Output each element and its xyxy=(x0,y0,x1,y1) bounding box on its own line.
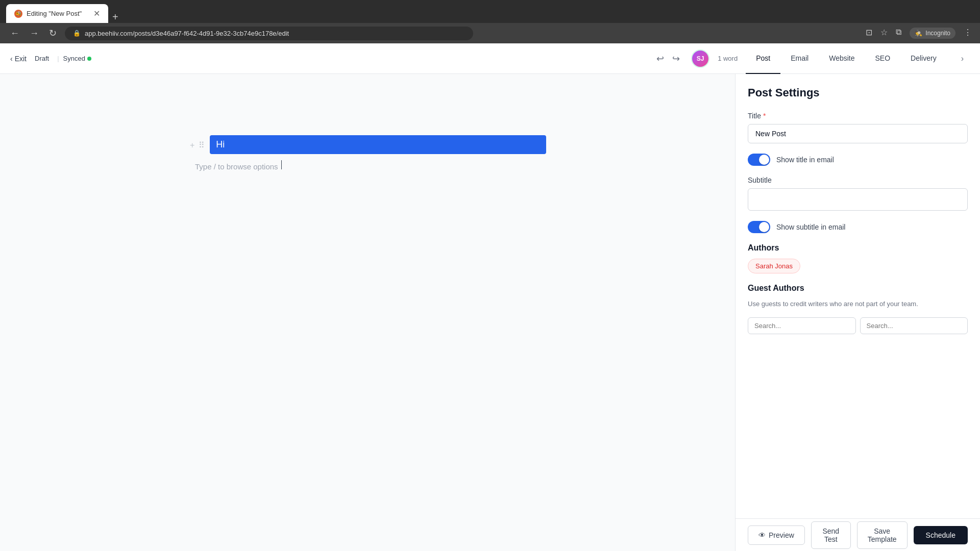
back-button[interactable]: ← xyxy=(8,26,21,41)
title-input[interactable] xyxy=(748,124,968,143)
preview-button[interactable]: 👁 Preview xyxy=(748,525,805,545)
schedule-button[interactable]: Schedule xyxy=(914,526,968,544)
text-block[interactable]: Hi xyxy=(210,135,546,154)
title-label: Title * xyxy=(748,112,968,120)
collapse-panel-button[interactable]: › xyxy=(955,54,970,63)
draft-label: Draft xyxy=(35,55,49,62)
editor-area[interactable]: + ⠿ Hi Type / to browse options xyxy=(0,74,735,551)
subtitle-input[interactable] xyxy=(748,188,968,211)
bookmark-icon[interactable]: ☆ xyxy=(880,28,888,39)
guest-author-input[interactable] xyxy=(748,317,856,334)
guest-authors-group: Guest Authors Use guests to credit write… xyxy=(748,284,968,334)
chevron-left-icon: ‹ xyxy=(10,55,13,63)
tab-navigation: Post Email Website SEO Delivery xyxy=(746,43,947,74)
title-field-group: Title * xyxy=(748,112,968,143)
toggle-knob xyxy=(759,155,769,165)
show-subtitle-toggle-row: Show subtitle in email xyxy=(748,221,968,233)
menu-icon[interactable]: ⋮ xyxy=(964,28,972,39)
right-panel: Post Settings Title * Show title in emai… xyxy=(735,74,980,551)
url-text: app.beehiiv.com/posts/d3e46a97-f642-4d91… xyxy=(85,30,289,37)
save-template-button[interactable]: Save Template xyxy=(857,521,908,549)
incognito-label: Incognito xyxy=(925,30,950,37)
toggle-knob-2 xyxy=(759,222,769,232)
editor-content: + ⠿ Hi Type / to browse options xyxy=(189,94,546,175)
user-avatar[interactable]: SJ xyxy=(691,49,709,68)
authors-group: Authors Sarah Jonas xyxy=(748,243,968,273)
browser-actions: ⊡ ☆ ⧉ 🕵 Incognito ⋮ xyxy=(866,28,972,39)
tab-website[interactable]: Website xyxy=(819,43,865,74)
drag-block-button[interactable]: ⠿ xyxy=(198,139,206,151)
browser-chrome: Editing "New Post" ✕ + xyxy=(0,0,980,23)
undo-button[interactable]: ↩ xyxy=(653,50,667,67)
synced-badge: | Synced xyxy=(57,55,91,62)
incognito-badge: 🕵 Incognito xyxy=(910,28,955,39)
send-test-button[interactable]: Send Test xyxy=(811,521,851,549)
authors-label: Authors xyxy=(748,243,968,253)
author-name: Sarah Jonas xyxy=(755,262,793,270)
editor-placeholder: Type / to browse options xyxy=(189,156,546,175)
cast-icon[interactable]: ⊡ xyxy=(866,28,872,39)
tab-post[interactable]: Post xyxy=(746,43,780,74)
guest-author-input-2[interactable] xyxy=(860,317,968,334)
text-cursor xyxy=(281,160,282,169)
tab-delivery[interactable]: Delivery xyxy=(900,43,947,74)
block-controls: + ⠿ xyxy=(189,135,206,151)
tab-favicon xyxy=(14,10,22,18)
separator-bar: | xyxy=(57,55,59,62)
tab-seo[interactable]: SEO xyxy=(865,43,901,74)
lock-icon: 🔒 xyxy=(73,30,81,37)
app-container: ‹ Exit Draft | Synced ↩ ↪ SJ 1 word Post… xyxy=(0,43,980,551)
redo-button[interactable]: ↪ xyxy=(669,50,683,67)
show-subtitle-label: Show subtitle in email xyxy=(776,223,845,231)
synced-dot xyxy=(87,57,91,61)
tab-email[interactable]: Email xyxy=(780,43,819,74)
author-tag[interactable]: Sarah Jonas xyxy=(748,259,800,273)
show-subtitle-toggle[interactable] xyxy=(748,221,770,233)
guest-authors-label: Guest Authors xyxy=(748,284,968,293)
incognito-icon: 🕵 xyxy=(915,30,922,37)
refresh-button[interactable]: ↻ xyxy=(47,26,59,41)
panel-title: Post Settings xyxy=(748,86,968,99)
add-block-button[interactable]: + xyxy=(189,139,195,151)
subtitle-field-group: Subtitle xyxy=(748,176,968,211)
new-tab-button[interactable]: + xyxy=(108,11,122,23)
address-input[interactable]: 🔒 app.beehiiv.com/posts/d3e46a97-f642-4d… xyxy=(65,27,473,40)
tab-title: Editing "New Post" xyxy=(27,10,82,17)
exit-label: Exit xyxy=(15,55,27,63)
bottom-action-bar: 👁 Preview Send Test Save Template Schedu… xyxy=(736,518,980,551)
word-count: 1 word xyxy=(718,55,738,62)
exit-button[interactable]: ‹ Exit xyxy=(10,55,27,63)
address-bar: ← → ↻ 🔒 app.beehiiv.com/posts/d3e46a97-f… xyxy=(0,23,980,43)
placeholder-block[interactable]: Type / to browse options xyxy=(189,156,546,175)
forward-button[interactable]: → xyxy=(28,26,41,41)
show-title-toggle[interactable] xyxy=(748,154,770,166)
synced-label: Synced xyxy=(63,55,85,62)
selected-text[interactable]: Hi xyxy=(210,135,546,154)
block-row-1: + ⠿ Hi xyxy=(189,135,546,154)
extensions-icon[interactable]: ⧉ xyxy=(896,28,901,39)
title-required: * xyxy=(763,112,766,120)
tab-close-button[interactable]: ✕ xyxy=(93,9,100,18)
top-toolbar: ‹ Exit Draft | Synced ↩ ↪ SJ 1 word Post… xyxy=(0,43,980,74)
undo-redo-group: ↩ ↪ xyxy=(653,50,683,67)
draft-badge: Draft xyxy=(35,55,49,62)
browser-tabs: Editing "New Post" ✕ + xyxy=(6,0,122,23)
guest-authors-desc: Use guests to credit writers who are not… xyxy=(748,299,968,309)
main-area: + ⠿ Hi Type / to browse options xyxy=(0,74,980,551)
guest-input-row xyxy=(748,317,968,334)
block-row-2: Type / to browse options xyxy=(189,156,546,175)
panel-content: Post Settings Title * Show title in emai… xyxy=(736,74,980,518)
active-tab[interactable]: Editing "New Post" ✕ xyxy=(6,4,108,23)
subtitle-label: Subtitle xyxy=(748,176,968,184)
eye-icon: 👁 xyxy=(758,531,766,539)
show-title-label: Show title in email xyxy=(776,156,834,164)
show-title-toggle-row: Show title in email xyxy=(748,154,968,166)
